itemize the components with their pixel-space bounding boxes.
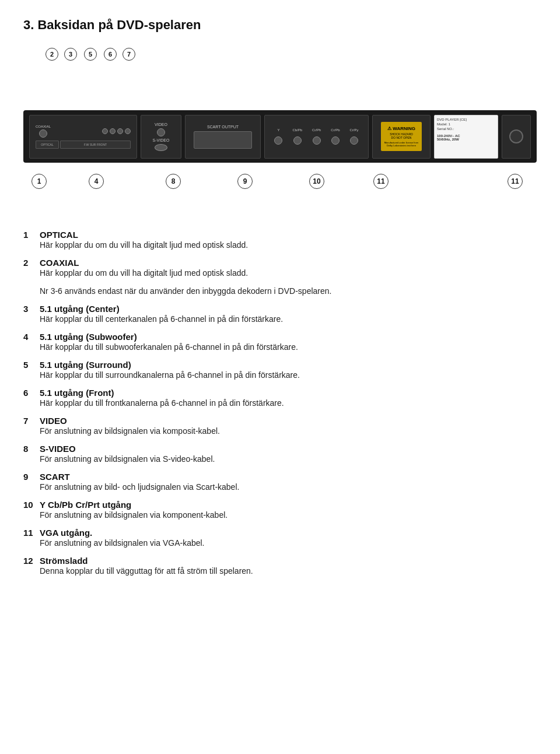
- item-6-number: 6: [23, 388, 40, 398]
- item-12-title: Strömsladd: [40, 556, 537, 566]
- item-2: 2 COAXIAL Här kopplar du om du vill ha d…: [23, 258, 537, 278]
- bottom-number-11a: 11: [373, 174, 388, 189]
- item-3-desc: Här kopplar du till centerkanalen på 6-c…: [40, 314, 537, 324]
- power-section: [502, 115, 531, 159]
- item-1-title: OPTICAL: [40, 230, 537, 240]
- audio-connectors-section: COAXIAL OPTICAL F.W SUR: [29, 115, 137, 159]
- dvd-back-panel: COAXIAL OPTICAL F.W SUR: [23, 110, 537, 163]
- item-5: 5 5.1 utgång (Surround) Här kopplar du t…: [23, 360, 537, 380]
- item-11-desc: För anslutning av bildsignalen via VGA-k…: [40, 538, 537, 548]
- item-11: 11 VGA utgång. För anslutning av bildsig…: [23, 528, 537, 548]
- item-1-number: 1: [23, 230, 40, 240]
- item-7-number: 7: [23, 416, 40, 426]
- item-6: 6 5.1 utgång (Front) Här kopplar du till…: [23, 388, 537, 408]
- item-4-number: 4: [23, 332, 40, 342]
- item-10: 10 Y Cb/Pb Cr/Prt utgång För anslutning …: [23, 500, 537, 520]
- item-12: 12 Strömsladd Denna kopplar du till vägg…: [23, 556, 537, 576]
- item-3-title: 5.1 utgång (Center): [40, 304, 537, 314]
- model-info-section: DVD PLAYER [CE] Model: 1 Serial NO.: 100…: [434, 115, 498, 159]
- dvd-diagram: 2 3 5 6 7 COAXIAL: [23, 43, 537, 195]
- component-section: Y Cb/Pb Cr/Ph Cr/Pb Cr/Py: [264, 115, 369, 159]
- item-nr36: Nr 3-6 används endast när du använder de…: [23, 286, 537, 296]
- item-9-desc: För anslutning av bild- och ljudsignalen…: [40, 482, 537, 492]
- top-number-5: 5: [84, 48, 97, 61]
- top-number-6: 6: [104, 48, 117, 61]
- item-7-title: VIDEO: [40, 416, 537, 426]
- bottom-number-4: 4: [89, 174, 104, 189]
- item-2-desc: Här kopplar du om du vill ha digitalt lj…: [40, 268, 537, 278]
- item-11-title: VGA utgång.: [40, 528, 537, 538]
- item-5-title: 5.1 utgång (Surround): [40, 360, 537, 370]
- item-10-title: Y Cb/Pb Cr/Prt utgång: [40, 500, 537, 510]
- item-6-desc: Här kopplar du till frontkanalerna på 6-…: [40, 398, 537, 408]
- item-5-number: 5: [23, 360, 40, 370]
- warning-label: ⚠ WARNING SHOCK HAZARDDO NOT OPEN Manufa…: [372, 115, 430, 159]
- item-12-desc: Denna kopplar du till vägguttag för att …: [40, 566, 537, 576]
- item-9-number: 9: [23, 472, 40, 482]
- item-3-number: 3: [23, 304, 40, 314]
- content-section: 1 OPTICAL Här kopplar du om du vill ha d…: [23, 230, 537, 576]
- item-8-title: S-VIDEO: [40, 444, 537, 454]
- item-8-desc: För anslutning av bildsignalen via S-vid…: [40, 454, 537, 464]
- item-3: 3 5.1 utgång (Center) Här kopplar du til…: [23, 304, 537, 324]
- item-4-title: 5.1 utgång (Subwoofer): [40, 332, 537, 342]
- top-number-7: 7: [123, 48, 135, 61]
- item-7-desc: För anslutning av bildsignalen via kompo…: [40, 426, 537, 436]
- item-4: 4 5.1 utgång (Subwoofer) Här kopplar du …: [23, 332, 537, 352]
- item-8-number: 8: [23, 444, 40, 454]
- item-1-desc: Här kopplar du om du vill ha digitalt lj…: [40, 240, 537, 250]
- top-number-3: 3: [64, 48, 77, 61]
- bottom-number-10: 10: [309, 174, 324, 189]
- item-2-number: 2: [23, 258, 40, 268]
- item-8: 8 S-VIDEO För anslutning av bildsignalen…: [23, 444, 537, 464]
- item-9: 9 SCART För anslutning av bild- och ljud…: [23, 472, 537, 492]
- item-6-title: 5.1 utgång (Front): [40, 388, 537, 398]
- item-4-desc: Här kopplar du till subwooferkanalen på …: [40, 342, 537, 352]
- item-10-desc: För anslutning av bildsignalen via kompo…: [40, 510, 537, 520]
- bottom-number-1: 1: [32, 174, 47, 189]
- bottom-number-11b: 11: [508, 174, 523, 189]
- page-title: 3. Baksidan på DVD-spelaren: [23, 17, 537, 33]
- item-9-title: SCART: [40, 472, 537, 482]
- item-5-desc: Här kopplar du till surroundkanalerna på…: [40, 370, 537, 380]
- item-2-title: COAXIAL: [40, 258, 537, 268]
- item-10-number: 10: [23, 500, 40, 510]
- item-12-number: 12: [23, 556, 40, 566]
- bottom-number-8: 8: [166, 174, 181, 189]
- item-1: 1 OPTICAL Här kopplar du om du vill ha d…: [23, 230, 537, 250]
- video-svideo-section: VIDEO S-VIDEO: [141, 115, 181, 159]
- item-7: 7 VIDEO För anslutning av bildsignalen v…: [23, 416, 537, 436]
- top-number-2: 2: [46, 48, 58, 61]
- bottom-number-9: 9: [237, 174, 253, 189]
- item-nr36-desc: Nr 3-6 används endast när du använder de…: [40, 286, 537, 296]
- item-11-number: 11: [23, 528, 40, 538]
- scart-section: SCART OUTPUT: [185, 115, 261, 159]
